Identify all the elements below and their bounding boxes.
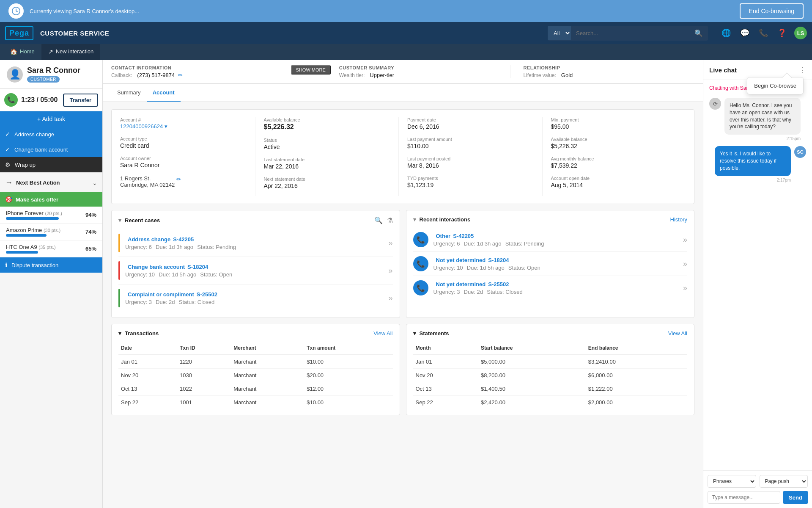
- user-chat-avatar: SC: [794, 146, 806, 158]
- tab-home[interactable]: 🏠 Home: [3, 44, 41, 60]
- interaction-row-2[interactable]: 📞 Not yet determinedS-18204 Urgency: 10 …: [413, 252, 688, 276]
- phone-icon[interactable]: 📞: [757, 27, 770, 39]
- customer-name: Sara R Connor: [27, 66, 80, 75]
- tyd-value: $1,123.19: [407, 182, 542, 188]
- case-row-address-change[interactable]: Address changeS-42205 Urgency: 6 Due: 1d…: [118, 229, 393, 257]
- chat-input-row: Send: [708, 491, 808, 504]
- task-item-address-change[interactable]: ✓ Address change: [0, 127, 102, 142]
- tab-new-interaction-label: New interaction: [56, 48, 94, 55]
- txn-row-3[interactable]: Oct 13 1022 Marchant $12.00: [118, 382, 393, 396]
- txn-date-3: Oct 13: [118, 382, 177, 396]
- contact-info-section: CONTACT INFORMATION Callback: (273) 517-…: [111, 65, 283, 78]
- add-task-button[interactable]: + Add task: [0, 111, 102, 127]
- search-type-select[interactable]: All: [548, 26, 571, 40]
- transfer-button[interactable]: Transfer: [63, 94, 98, 107]
- acct-number-value[interactable]: 12204000926624 ▾: [120, 123, 255, 130]
- case-chevron-icon: »: [388, 239, 392, 248]
- payment-date-field: Payment date Dec 6, 2016: [407, 117, 542, 130]
- case-row-complaint[interactable]: Complaint or complimentS-25502 Urgency: …: [118, 284, 393, 312]
- stmt-month-4: Sep 22: [413, 396, 479, 409]
- address-edit-icon[interactable]: ✏: [176, 176, 181, 182]
- tab-summary[interactable]: Summary: [111, 84, 147, 102]
- cobrowse-popup-text: Begin Co-browse: [754, 83, 796, 89]
- relationship-section: RELATIONSHIP Lifetime value: Gold: [510, 65, 694, 78]
- user-avatar[interactable]: LS: [794, 27, 807, 39]
- case-row-bank-account[interactable]: Change bank accountS-18204 Urgency: 10 D…: [118, 257, 393, 284]
- txn-amount-2: $20.00: [304, 369, 392, 382]
- cases-search-icon[interactable]: 🔍: [374, 216, 383, 224]
- call-timer-text: 1:23 / 05:00: [21, 96, 58, 104]
- chat-send-button[interactable]: Send: [783, 491, 808, 504]
- nba-title: → Next Best Action: [5, 178, 60, 187]
- nba-action-item[interactable]: 🎯 Make sales offer: [0, 192, 102, 207]
- avg-monthly-value: $7,539.22: [551, 162, 686, 169]
- stmt-row-4[interactable]: Sep 22 $2,420.00 $2,000.00: [413, 396, 688, 409]
- end-cobrowse-button[interactable]: End Co-browsing: [740, 3, 804, 19]
- dispute-label: Dispute transaction: [11, 262, 58, 268]
- acct-type-value: Credit card: [120, 142, 255, 149]
- transactions-title-text: Transactions: [125, 330, 159, 337]
- last-statement-label: Last statement date: [264, 157, 399, 162]
- case-chevron-icon-2: »: [388, 266, 392, 275]
- show-more-button[interactable]: SHOW MORE: [291, 65, 331, 75]
- live-chat-menu-icon[interactable]: ⋮: [798, 65, 806, 75]
- phrases-select[interactable]: Phrases: [708, 475, 756, 488]
- interaction-row-3[interactable]: 📞 Not yet determinedS-25502 Urgency: 3 D…: [413, 276, 688, 300]
- task-item-bank-account[interactable]: ✓ Change bank account: [0, 142, 102, 157]
- chevron-statements-icon: ▾: [413, 330, 416, 337]
- nba-target-icon: 🎯: [5, 196, 12, 203]
- cobrowse-popup[interactable]: Begin Co-browse: [747, 77, 804, 94]
- interaction-row-1[interactable]: 📞 OtherS-42205 Urgency: 6 Due: 1d 3h ago…: [413, 228, 688, 252]
- timer-left: 📞 1:23 / 05:00: [4, 93, 58, 107]
- acct-type-label: Account type: [120, 136, 255, 141]
- main-layout: 👤 Sara R Connor CUSTOMER 📞 1:23 / 05:00 …: [0, 60, 812, 508]
- offer-iphone-pct: 94%: [85, 212, 96, 218]
- acct-col-3: Payment date Dec 6, 2016 Last payment am…: [398, 117, 542, 196]
- statements-header-row: Month Start balance End balance: [413, 342, 688, 355]
- account-number-field: Account # 12204000926624 ▾: [120, 117, 255, 130]
- nba-offer-htc[interactable]: HTC One A9 (35 pts.) 65%: [0, 240, 102, 257]
- dispute-transaction-item[interactable]: ℹ Dispute transaction: [0, 257, 102, 273]
- offer-amazon-info: Amazon Prime (30 pts.): [6, 227, 60, 237]
- offer-amazon-bar: [6, 234, 47, 237]
- status-value: Active: [264, 144, 399, 150]
- task-item-wrap-up[interactable]: ⚙ Wrap up: [0, 157, 102, 172]
- txn-row-1[interactable]: Jan 01 1220 Marchant $10.00: [118, 355, 393, 369]
- stmt-end-3: $1,222.00: [586, 382, 687, 396]
- nba-offer-amazon[interactable]: Amazon Prime (30 pts.) 74%: [0, 224, 102, 240]
- cases-filter-icon[interactable]: ⚗: [387, 216, 393, 224]
- history-link[interactable]: History: [670, 216, 687, 223]
- stmt-row-3[interactable]: Oct 13 $1,400.50 $1,222.00: [413, 382, 688, 396]
- tab-new-interaction[interactable]: ↗ New interaction: [41, 44, 101, 60]
- cobrowse-icon: [8, 3, 24, 19]
- recent-cases-title: ▾ Recent cases: [118, 217, 160, 224]
- stmt-row-2[interactable]: Nov 20 $8,200.00 $6,000.00: [413, 369, 688, 382]
- transactions-view-all[interactable]: View All: [373, 330, 392, 337]
- search-input[interactable]: [571, 27, 689, 40]
- customer-summary-section: CUSTOMER SUMMARY Wealth tier: Upper-tier: [339, 65, 510, 78]
- help-icon[interactable]: ❓: [776, 27, 788, 39]
- stmt-row-1[interactable]: Jan 01 $5,000.00 $3,2410.00: [413, 355, 688, 369]
- offer-htc-bar: [6, 251, 38, 254]
- offer-iphone-info: iPhone Forever (20 pts.): [6, 210, 62, 220]
- tab-account[interactable]: Account: [147, 84, 181, 102]
- statements-view-all[interactable]: View All: [668, 330, 687, 337]
- stmt-month-1: Jan 01: [413, 355, 479, 369]
- dropdown-icon: ▾: [165, 123, 167, 130]
- stmt-month-2: Nov 20: [413, 369, 479, 382]
- txn-merchant-1: Marchant: [231, 355, 304, 369]
- globe-icon[interactable]: 🌐: [720, 27, 732, 39]
- content-area: CONTACT INFORMATION Callback: (273) 517-…: [103, 60, 703, 508]
- agent-avatar-icon: ⟳: [709, 98, 721, 110]
- txn-row-4[interactable]: Sep 22 1001 Marchant $10.00: [118, 396, 393, 409]
- chat-icon[interactable]: 💬: [738, 27, 751, 39]
- callback-edit-icon[interactable]: ✏: [178, 72, 183, 78]
- chat-message-input[interactable]: [708, 491, 780, 504]
- search-button[interactable]: 🔍: [689, 26, 708, 41]
- nba-chevron-icon[interactable]: ⌄: [92, 179, 97, 186]
- interaction-info-2: Not yet determinedS-18204 Urgency: 10 Du…: [433, 257, 678, 271]
- avg-monthly-label: Avg monthly balance: [551, 156, 686, 161]
- page-push-select[interactable]: Page push: [760, 475, 808, 488]
- txn-row-2[interactable]: Nov 20 1030 Marchant $20.00: [118, 369, 393, 382]
- nba-offer-iphone[interactable]: iPhone Forever (20 pts.) 94%: [0, 207, 102, 224]
